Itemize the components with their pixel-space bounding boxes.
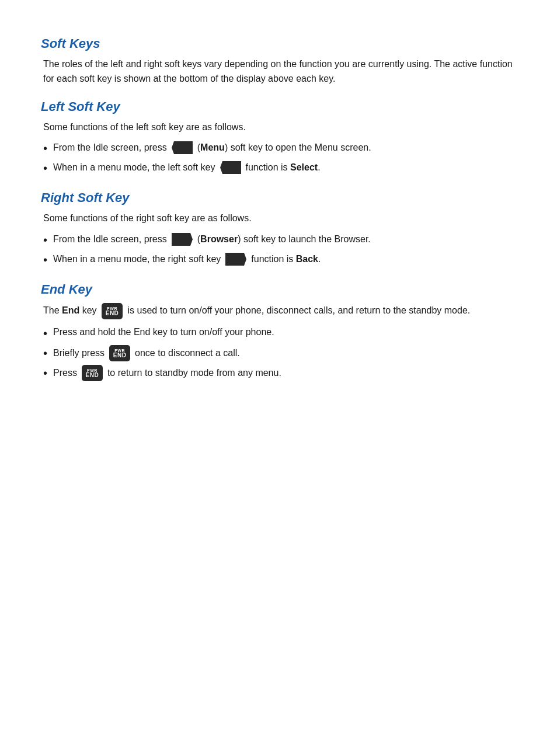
end-key-icon-bullet3: PWR END (82, 365, 103, 381)
end-key-bullets: • Press and hold the End key to turn on/… (41, 325, 516, 382)
bullet-dot: • (43, 251, 47, 269)
list-item: • From the Idle screen, press (Menu) sof… (43, 140, 516, 158)
bullet-text: Press and hold the End key to turn on/of… (53, 327, 274, 337)
svg-marker-1 (220, 161, 241, 174)
left-soft-key-title: Left Soft Key (41, 99, 516, 114)
bullet-content: When in a menu mode, the left soft key f… (53, 160, 516, 175)
bullet-dot: • (43, 325, 47, 343)
bullet-dot: • (43, 231, 47, 249)
left-soft-key-intro: Some functions of the left soft key are … (41, 120, 516, 135)
end-key-intro-cont: is used to turn on/off your phone, disco… (127, 305, 470, 315)
bullet-text: Briefly press (53, 346, 105, 361)
bullet-text: When in a menu mode, the right soft key (53, 252, 221, 267)
list-item: • Press and hold the End key to turn on/… (43, 325, 516, 343)
bullet-dot: • (43, 140, 47, 158)
soft-keys-title: Soft Keys (41, 36, 516, 51)
bullet-text: function is Back. (251, 252, 321, 267)
left-soft-key-icon (172, 140, 193, 155)
page-wrapper: Soft Keys The roles of the left and righ… (41, 36, 516, 756)
bullet-dot: • (43, 364, 47, 382)
end-key-title: End Key (41, 282, 516, 297)
right-soft-key-icon (172, 232, 193, 247)
end-label: END (106, 311, 119, 316)
bullet-text: When in a menu mode, the left soft key (53, 161, 215, 175)
list-item: • From the Idle screen, press (Browser) … (43, 232, 516, 249)
bullet-text: (Menu) soft key to open the Menu screen. (197, 141, 371, 155)
bullet-text: From the Idle screen, press (53, 232, 167, 247)
end-key-intro: The End key PWR END is used to turn on/o… (41, 303, 516, 319)
bullet-text: function is Select. (246, 161, 321, 175)
svg-marker-2 (172, 233, 193, 246)
bullet-content: When in a menu mode, the right soft key … (53, 252, 516, 267)
bullet-content: From the Idle screen, press (Browser) so… (53, 232, 516, 247)
bullet-text: to return to standby mode from any menu. (107, 366, 281, 381)
list-item: • When in a menu mode, the left soft key… (43, 160, 516, 177)
list-item: • When in a menu mode, the right soft ke… (43, 252, 516, 269)
bullet-text: once to disconnect a call. (135, 346, 240, 361)
bullet-content: From the Idle screen, press (Menu) soft … (53, 140, 516, 155)
list-item: • Briefly press PWR END once to disconne… (43, 345, 516, 363)
right-soft-key-title: Right Soft Key (41, 190, 516, 205)
bullet-content: Briefly press PWR END once to disconnect… (53, 345, 516, 361)
svg-marker-3 (225, 253, 246, 266)
list-item: • Press PWR END to return to standby mod… (43, 365, 516, 382)
bullet-content: Press PWR END to return to standby mode … (53, 365, 516, 381)
left-soft-key-icon-2 (220, 160, 241, 175)
end-label: END (113, 353, 127, 358)
bullet-content: Press and hold the End key to turn on/of… (53, 325, 516, 340)
end-key-icon-bullet2: PWR END (109, 345, 130, 361)
bullet-dot: • (43, 344, 47, 363)
left-soft-key-bullets: • From the Idle screen, press (Menu) sof… (41, 140, 516, 177)
bullet-dot: • (43, 159, 47, 177)
bullet-text: Press (53, 366, 77, 381)
right-soft-key-intro: Some functions of the right soft key are… (41, 211, 516, 226)
bullet-text: From the Idle screen, press (53, 141, 167, 155)
end-key-intro-text: The End key (43, 305, 99, 315)
end-label: END (86, 372, 99, 378)
svg-marker-0 (172, 141, 193, 154)
end-key-icon-main: PWR END (102, 303, 123, 319)
right-soft-key-icon-2 (225, 252, 246, 267)
bullet-text: (Browser) soft key to launch the Browser… (197, 232, 371, 247)
right-soft-key-bullets: • From the Idle screen, press (Browser) … (41, 232, 516, 269)
soft-keys-body: The roles of the left and right soft key… (41, 57, 516, 86)
